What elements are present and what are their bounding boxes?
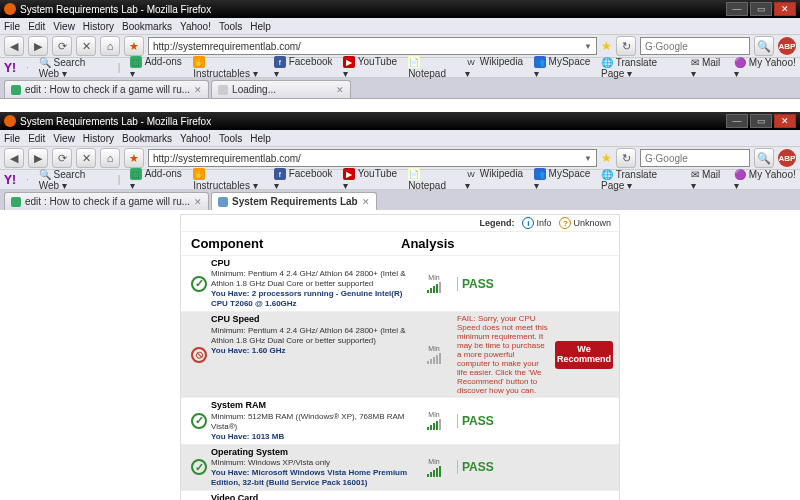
- maximize-button[interactable]: ▭: [750, 114, 772, 128]
- close-tab-icon[interactable]: ✕: [336, 85, 344, 95]
- bookmark-facebook[interactable]: f Facebook ▾: [274, 56, 333, 80]
- reload-button[interactable]: ⟳: [52, 36, 72, 56]
- tab-edit[interactable]: edit : How to check if a game will ru...…: [4, 192, 209, 210]
- header-component: Component: [191, 236, 401, 251]
- close-button[interactable]: ✕: [774, 2, 796, 16]
- bookmark-translate[interactable]: 🌐 Translate Page ▾: [601, 169, 681, 191]
- header-analysis: Analysis: [401, 236, 454, 251]
- menu-history[interactable]: History: [83, 21, 114, 32]
- menu-bookmarks[interactable]: Bookmarks: [122, 133, 172, 144]
- tab-strip: edit : How to check if a game will ru...…: [0, 78, 800, 98]
- close-tab-icon[interactable]: ✕: [362, 197, 370, 207]
- menu-yahoo[interactable]: Yahoo!: [180, 21, 211, 32]
- tab-loading[interactable]: Loading...✕: [211, 80, 351, 98]
- menu-tools[interactable]: Tools: [219, 21, 242, 32]
- bookmark-facebook[interactable]: f Facebook ▾: [274, 168, 333, 192]
- back-button[interactable]: ◀: [4, 36, 24, 56]
- bookmark-wikipedia[interactable]: W Wikipedia ▾: [465, 168, 524, 192]
- minimize-button[interactable]: —: [726, 114, 748, 128]
- bookmark-mail[interactable]: ✉ Mail ▾: [691, 169, 724, 191]
- tab-srl[interactable]: System Requirements Lab✕: [211, 192, 377, 210]
- dropdown-icon[interactable]: ▼: [584, 154, 592, 163]
- forward-button[interactable]: ▶: [28, 36, 48, 56]
- bookmark-searchweb[interactable]: 🔍 Search Web ▾: [39, 57, 108, 79]
- bookmark-youtube[interactable]: ▶ YouTube ▾: [343, 56, 398, 80]
- title-bar: System Requirements Lab - Mozilla Firefo…: [0, 0, 800, 18]
- bookmark-myspace[interactable]: 👥 MySpace ▾: [534, 168, 591, 192]
- bookmark-notepad[interactable]: 📄 Notepad: [408, 56, 455, 80]
- refresh-button[interactable]: ↻: [616, 36, 636, 56]
- tab-edit[interactable]: edit : How to check if a game will ru...…: [4, 80, 209, 98]
- menu-help[interactable]: Help: [250, 21, 271, 32]
- refresh-button[interactable]: ↻: [616, 148, 636, 168]
- component-name: CPU: [211, 258, 415, 269]
- stop-button[interactable]: ✕: [76, 148, 96, 168]
- history-button[interactable]: ★: [124, 148, 144, 168]
- maximize-button[interactable]: ▭: [750, 2, 772, 16]
- menu-tools[interactable]: Tools: [219, 133, 242, 144]
- bookmark-translate[interactable]: 🌐 Translate Page ▾: [601, 57, 681, 79]
- menu-file[interactable]: File: [4, 133, 20, 144]
- bookmark-instructables[interactable]: ✋ Instructables ▾: [193, 168, 264, 192]
- header-row: Component Analysis: [181, 232, 619, 255]
- we-recommend-button[interactable]: We Recommend: [555, 341, 613, 369]
- bookmark-wikipedia[interactable]: W Wikipedia ▾: [465, 56, 524, 80]
- yahoo-icon[interactable]: Y!: [4, 61, 16, 75]
- content-loading: [0, 98, 800, 112]
- close-tab-icon[interactable]: ✕: [194, 197, 202, 207]
- search-go-button[interactable]: 🔍: [754, 148, 774, 168]
- bookmark-youtube[interactable]: ▶ YouTube ▾: [343, 168, 398, 192]
- url-bar[interactable]: http://systemrequirementlab.com/ ▼: [148, 37, 597, 55]
- bookmark-instructables[interactable]: ✋ Instructables ▾: [193, 56, 264, 80]
- page-content: Legend: iInfo ?Unknown Component Analysi…: [0, 210, 800, 500]
- search-go-button[interactable]: 🔍: [754, 36, 774, 56]
- history-button[interactable]: ★: [124, 36, 144, 56]
- menu-help[interactable]: Help: [250, 133, 271, 144]
- home-button[interactable]: ⌂: [100, 36, 120, 56]
- bookmark-star-icon[interactable]: ★: [601, 39, 612, 53]
- search-box[interactable]: G· Google: [640, 149, 750, 167]
- close-button[interactable]: ✕: [774, 114, 796, 128]
- menu-view[interactable]: View: [53, 21, 75, 32]
- adblock-icon[interactable]: ABP: [778, 149, 796, 167]
- bookmark-myspace[interactable]: 👥 MySpace ▾: [534, 56, 591, 80]
- menu-edit[interactable]: Edit: [28, 133, 45, 144]
- youhave-text: You Have: 2 processors running - Genuine…: [211, 289, 415, 309]
- dropdown-icon[interactable]: ▼: [584, 42, 592, 51]
- menu-view[interactable]: View: [53, 133, 75, 144]
- row-os: ✓ Operating System Minimum: Windows XP/V…: [181, 444, 619, 490]
- component-name: Operating System: [211, 447, 415, 458]
- nav-toolbar: ◀ ▶ ⟳ ✕ ⌂ ★ http://systemrequirementlab.…: [0, 34, 800, 58]
- bookmark-searchweb[interactable]: 🔍 Search Web ▾: [39, 169, 108, 191]
- bookmark-notepad[interactable]: 📄 Notepad: [408, 168, 455, 192]
- menu-history[interactable]: History: [83, 133, 114, 144]
- search-box[interactable]: G· Google: [640, 37, 750, 55]
- forward-button[interactable]: ▶: [28, 148, 48, 168]
- url-text: http://systemrequirementlab.com/: [153, 153, 301, 164]
- home-button[interactable]: ⌂: [100, 148, 120, 168]
- bookmark-myyahoo[interactable]: 🟣 My Yahoo! ▾: [734, 57, 796, 79]
- menu-edit[interactable]: Edit: [28, 21, 45, 32]
- stop-button[interactable]: ✕: [76, 36, 96, 56]
- pass-icon: ✓: [191, 413, 207, 429]
- url-bar[interactable]: http://systemrequirementlab.com/ ▼: [148, 149, 597, 167]
- legend-label: Legend:: [479, 218, 514, 228]
- bookmark-addons[interactable]: ⬚ Add-ons ▾: [130, 56, 183, 80]
- row-cpuspeed: ⦸ CPU Speed Minimum: Pentium 4 2.4 GHz/ …: [181, 311, 619, 397]
- bookmark-mail[interactable]: ✉ Mail ▾: [691, 57, 724, 79]
- close-tab-icon[interactable]: ✕: [194, 85, 202, 95]
- firefox-icon: [4, 115, 16, 127]
- menu-bookmarks[interactable]: Bookmarks: [122, 21, 172, 32]
- back-button[interactable]: ◀: [4, 148, 24, 168]
- bookmark-addons[interactable]: ⬚ Add-ons ▾: [130, 168, 183, 192]
- firefox-icon: [4, 3, 16, 15]
- bookmark-myyahoo[interactable]: 🟣 My Yahoo! ▾: [734, 169, 796, 191]
- menu-yahoo[interactable]: Yahoo!: [180, 133, 211, 144]
- minimize-button[interactable]: —: [726, 2, 748, 16]
- yahoo-icon[interactable]: Y!: [4, 173, 16, 187]
- signal-bars-icon: [427, 465, 441, 477]
- reload-button[interactable]: ⟳: [52, 148, 72, 168]
- bookmark-star-icon[interactable]: ★: [601, 151, 612, 165]
- menu-file[interactable]: File: [4, 21, 20, 32]
- adblock-icon[interactable]: ABP: [778, 37, 796, 55]
